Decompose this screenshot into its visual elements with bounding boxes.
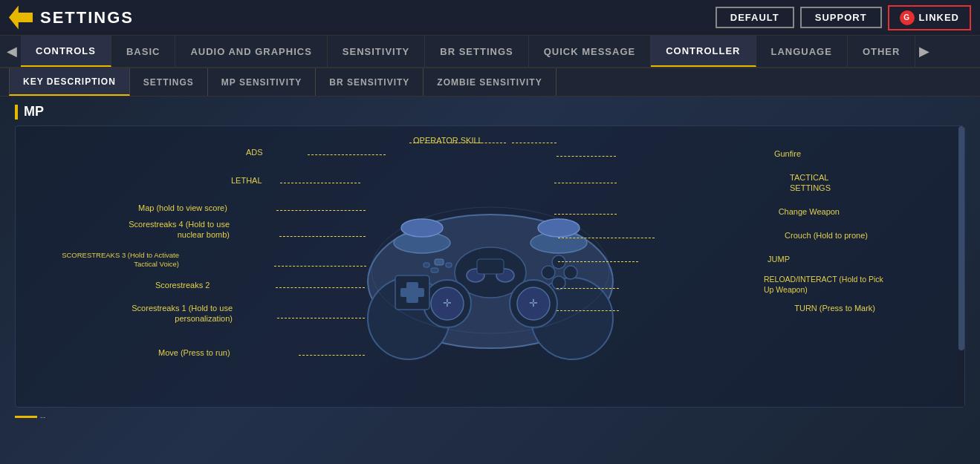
controller-diagram: ✛ ✛ xyxy=(15,125,965,408)
tab-sensitivity[interactable]: SENSITIVITY xyxy=(328,36,425,67)
nav-tabs: ◀ CONTROLS BASIC AUDIO AND GRAPHICS SENS… xyxy=(0,36,980,68)
svg-text:✛: ✛ xyxy=(529,297,538,309)
tab-br-settings[interactable]: BR SETTINGS xyxy=(425,36,528,67)
nav-left-arrow[interactable]: ◀ xyxy=(3,36,21,67)
line-reload xyxy=(556,288,619,289)
section-title: MP xyxy=(15,104,965,120)
tab-controls[interactable]: CONTROLS xyxy=(21,36,111,67)
line-scorestreaks1 xyxy=(277,318,365,318)
label-jump: JUMP xyxy=(768,254,790,264)
default-button[interactable]: DEFAULT xyxy=(715,7,794,28)
nav-right-arrow[interactable]: ▶ xyxy=(915,36,933,67)
garena-icon: G xyxy=(900,10,915,25)
sub-tabs: KEY DESCRIPTION SETTINGS MP SENSITIVITY … xyxy=(0,68,980,97)
label-operator-skill: OPERATOR SKILL xyxy=(413,135,483,146)
header-left: SETTINGS xyxy=(9,6,134,30)
line-move xyxy=(299,355,365,356)
line-lethal xyxy=(280,183,360,183)
svg-rect-25 xyxy=(446,263,452,267)
back-arrow-icon[interactable] xyxy=(9,6,33,30)
line-change-weapon xyxy=(554,214,617,215)
svg-rect-27 xyxy=(477,259,504,274)
svg-point-20 xyxy=(552,255,565,269)
header: SETTINGS DEFAULT SUPPORT G LINKED xyxy=(0,0,980,36)
scrollbar-track xyxy=(958,126,964,407)
svg-text:✛: ✛ xyxy=(443,297,452,309)
svg-point-5 xyxy=(401,219,443,237)
line-scorestreaks4 xyxy=(279,236,366,237)
label-reload-interact: RELOAD/INTERACT (Hold to Pick Up Weapon) xyxy=(764,275,890,295)
line-ads xyxy=(308,154,386,155)
label-lethal: LETHAL xyxy=(231,175,262,186)
line-map xyxy=(276,210,366,211)
svg-point-19 xyxy=(542,266,555,279)
line-operator-skill-left xyxy=(409,143,506,143)
tab-basic[interactable]: BASIC xyxy=(111,36,175,67)
subtab-settings[interactable]: SETTINGS xyxy=(130,68,208,96)
subtab-zombie-sensitivity[interactable]: ZOMBIE SENSITIVITY xyxy=(424,68,556,96)
label-scorestreaks2: Scorestreaks 2 xyxy=(155,280,210,290)
subtab-br-sensitivity[interactable]: BR SENSITIVITY xyxy=(316,68,424,96)
line-tactical xyxy=(554,183,617,183)
scrollbar-thumb[interactable] xyxy=(958,126,964,350)
line-gunfire xyxy=(556,156,616,157)
tab-other[interactable]: OTHER xyxy=(848,36,916,67)
label-gunfire: Gunfire xyxy=(774,148,801,159)
label-change-weapon: Change Weapon xyxy=(779,206,840,217)
line-operator-skill-right xyxy=(512,143,556,143)
label-scorestreaks4: Scorestreaks 4 (Hold to use nuclear bomb… xyxy=(126,219,230,241)
label-crouch: Crouch (Hold to prone) xyxy=(785,230,868,241)
tab-quick-message[interactable]: QUICK MESSAGE xyxy=(529,36,652,67)
line-jump xyxy=(558,261,638,262)
subtab-key-description[interactable]: KEY DESCRIPTION xyxy=(9,68,130,96)
svg-point-18 xyxy=(564,266,577,279)
svg-point-6 xyxy=(538,219,580,237)
svg-rect-26 xyxy=(431,268,438,272)
label-move: Move (Press to run) xyxy=(158,347,230,358)
tab-controller[interactable]: CONTROLLER xyxy=(651,36,756,67)
subtab-mp-sensitivity[interactable]: MP SENSITIVITY xyxy=(208,68,316,96)
line-scorestreaks2 xyxy=(276,287,365,288)
line-crouch xyxy=(558,238,655,238)
label-ads: ADS xyxy=(246,147,263,157)
header-right: DEFAULT SUPPORT G LINKED xyxy=(715,5,971,30)
label-tactical-settings: TACTICALSETTINGS xyxy=(790,172,831,194)
label-scorestreaks3: SCORESTREAKS 3 (Hold to Activate Tactica… xyxy=(60,251,179,269)
svg-rect-23 xyxy=(435,259,444,265)
line-turn xyxy=(556,310,619,311)
svg-rect-24 xyxy=(424,263,429,267)
tab-language[interactable]: LANGUAGE xyxy=(756,36,848,67)
svg-rect-16 xyxy=(400,288,424,297)
label-scorestreaks1: Scorestreaks 1 (Hold to use personalizat… xyxy=(129,303,233,324)
main-content: MP xyxy=(0,97,980,464)
support-button[interactable]: SUPPORT xyxy=(800,7,882,28)
page-title: SETTINGS xyxy=(40,8,134,27)
line-scorestreaks3 xyxy=(274,266,366,267)
linked-button[interactable]: G LINKED xyxy=(888,5,971,30)
controller-svg: ✛ ✛ xyxy=(334,163,646,370)
label-turn: TURN (Press to Mark) xyxy=(794,303,875,313)
bottom-indicator: -- xyxy=(15,408,965,422)
tab-audio-graphics[interactable]: AUDIO AND GRAPHICS xyxy=(175,36,327,67)
label-map: Map (hold to view score) xyxy=(138,203,227,213)
